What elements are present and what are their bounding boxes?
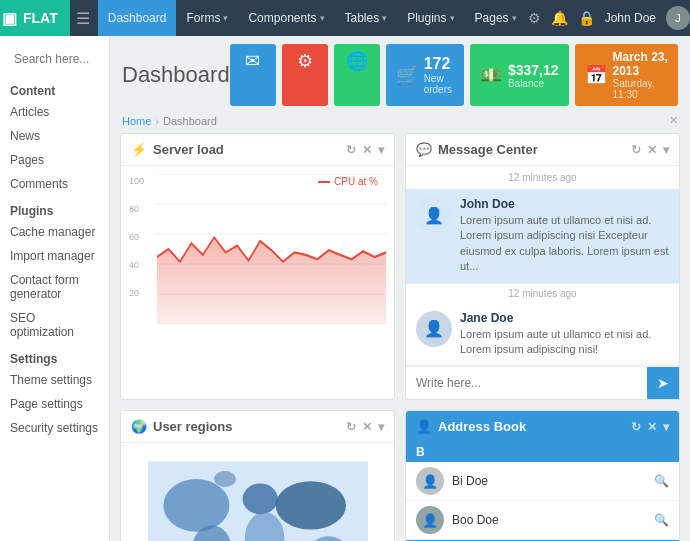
close-icon[interactable]: ✕ <box>669 114 678 127</box>
chevron-down-icon: ▾ <box>450 13 455 23</box>
sidebar-section-content: Content <box>0 76 109 100</box>
page-title: Dashboard <box>122 62 230 88</box>
chat-icon: 💬 <box>416 142 432 157</box>
svg-point-7 <box>163 479 229 532</box>
widget-globe[interactable]: 🌐 <box>334 44 380 106</box>
search-input[interactable] <box>8 48 101 70</box>
address-book-title: Address Book <box>438 419 526 434</box>
close-icon[interactable]: ✕ <box>362 420 372 434</box>
message-input[interactable] <box>406 368 647 398</box>
user-name[interactable]: John Doe <box>605 11 656 25</box>
sidebar-item-theme[interactable]: Theme settings <box>0 368 109 392</box>
brand-name: FLAT <box>23 10 58 26</box>
cart-icon: 🛒 <box>396 64 418 86</box>
refresh-icon[interactable]: ↻ <box>631 143 641 157</box>
close-icon[interactable]: ✕ <box>362 143 372 157</box>
addr-name-bi: Bi Doe <box>452 474 646 488</box>
chevron-down-icon: ▾ <box>223 13 228 23</box>
sidebar: 🔍 Content Articles News Pages Comments P… <box>0 36 110 541</box>
user-avatar: J <box>666 6 690 30</box>
widget-balance[interactable]: 💵 $337,12 Balance <box>470 44 569 106</box>
nav-forms[interactable]: Forms ▾ <box>176 0 238 36</box>
sidebar-item-contact-form[interactable]: Contact form generator <box>0 268 109 306</box>
date-value: March 23, 2013 <box>613 50 668 78</box>
settings-icon[interactable]: ⚙ <box>528 10 541 26</box>
message-center-title: Message Center <box>438 142 538 157</box>
server-load-title: Server load <box>153 142 224 157</box>
chevron-down-icon: ▾ <box>382 13 387 23</box>
message-item-john[interactable]: 👤 John Doe Lorem ipsum aute ut ullamco e… <box>406 189 679 284</box>
close-icon[interactable]: ✕ <box>647 143 657 157</box>
search-icon[interactable]: 🔍 <box>654 474 669 488</box>
balance-label: Balance <box>508 78 559 89</box>
sidebar-item-security[interactable]: Security settings <box>0 416 109 440</box>
user-regions-title: User regions <box>153 419 232 434</box>
chevron-down-icon[interactable]: ▾ <box>663 420 669 434</box>
calendar-icon: 📅 <box>585 64 607 86</box>
orders-count: 172 <box>424 55 454 73</box>
menu-icon[interactable]: ☰ <box>76 9 90 28</box>
widget-settings[interactable]: ⚙ <box>282 44 328 106</box>
nav-pages[interactable]: Pages ▾ <box>465 0 527 36</box>
avatar-bi: 👤 <box>416 467 444 495</box>
y-axis: 100 80 60 40 20 <box>129 176 153 316</box>
nav-components[interactable]: Components ▾ <box>238 0 334 36</box>
addr-name-boo: Boo Doe <box>452 513 646 527</box>
addr-item-boo[interactable]: 👤 Boo Doe 🔍 <box>406 501 679 540</box>
send-button[interactable]: ➤ <box>647 367 679 399</box>
globe-icon: 🌍 <box>131 419 147 434</box>
sidebar-section-plugins: Plugins <box>0 196 109 220</box>
day-value: Saturday, 11:30 <box>613 78 668 100</box>
orders-label: New orders <box>424 73 454 95</box>
balance-icon: 💵 <box>480 64 502 86</box>
nav-plugins[interactable]: Plugins ▾ <box>397 0 464 36</box>
sidebar-item-pages[interactable]: Pages <box>0 148 109 172</box>
sidebar-item-import-manager[interactable]: Import manager <box>0 244 109 268</box>
chevron-down-icon[interactable]: ▾ <box>378 420 384 434</box>
avatar-jane: 👤 <box>416 311 452 347</box>
sidebar-item-articles[interactable]: Articles <box>0 100 109 124</box>
sidebar-item-seo[interactable]: SEO optimization <box>0 306 109 344</box>
main-header: Dashboard ✉ ⚙ 🌐 🛒 172 New orders 💵 $337,… <box>110 36 690 112</box>
message-item-jane[interactable]: 👤 Jane Doe Lorem ipsum aute ut ullamco e… <box>406 303 679 367</box>
svg-point-9 <box>242 484 277 515</box>
widget-date[interactable]: 📅 March 23, 2013 Saturday, 11:30 <box>575 44 678 106</box>
sidebar-item-page-settings[interactable]: Page settings <box>0 392 109 416</box>
svg-point-11 <box>275 482 345 530</box>
sidebar-item-comments[interactable]: Comments <box>0 172 109 196</box>
refresh-icon[interactable]: ↻ <box>346 420 356 434</box>
addr-item-bi[interactable]: 👤 Bi Doe 🔍 <box>406 462 679 501</box>
addr-section-b: B <box>406 442 679 462</box>
lightning-icon: ⚡ <box>131 142 147 157</box>
msg-text-jane: Lorem ipsum aute ut ullamco et nisi ad. … <box>460 327 669 358</box>
search-icon[interactable]: 🔍 <box>654 513 669 527</box>
message-center-panel: 💬 Message Center ↻ ✕ ▾ 12 minutes ago 👤 … <box>405 133 680 400</box>
nav-tables[interactable]: Tables ▾ <box>335 0 398 36</box>
lock-icon[interactable]: 🔒 <box>578 10 595 26</box>
sidebar-item-cache-manager[interactable]: Cache manager <box>0 220 109 244</box>
svg-point-13 <box>214 471 236 487</box>
sender-jane: Jane Doe <box>460 311 669 325</box>
chevron-down-icon[interactable]: ▾ <box>663 143 669 157</box>
sidebar-section-settings: Settings <box>0 344 109 368</box>
sender-john: John Doe <box>460 197 669 211</box>
chevron-down-icon: ▾ <box>512 13 517 23</box>
message-time-jane: 12 minutes ago <box>406 284 679 303</box>
sidebar-item-news[interactable]: News <box>0 124 109 148</box>
brand[interactable]: ▣ FLAT <box>0 0 70 36</box>
widget-orders[interactable]: 🛒 172 New orders <box>386 44 464 106</box>
address-book-header: 👤 Address Book ↻ ✕ ▾ <box>406 411 679 442</box>
avatar-john: 👤 <box>416 197 452 233</box>
chart-legend: CPU at % <box>318 176 378 187</box>
breadcrumb-separator: › <box>155 115 159 127</box>
top-nav: ▣ FLAT ☰ Dashboard Forms ▾ Components ▾ … <box>0 0 690 36</box>
refresh-icon[interactable]: ↻ <box>346 143 356 157</box>
refresh-icon[interactable]: ↻ <box>631 420 641 434</box>
nav-dashboard[interactable]: Dashboard <box>98 0 177 36</box>
bell-icon[interactable]: 🔔 <box>551 10 568 26</box>
chevron-down-icon[interactable]: ▾ <box>378 143 384 157</box>
brand-icon: ▣ <box>2 9 17 28</box>
close-icon[interactable]: ✕ <box>647 420 657 434</box>
widget-email[interactable]: ✉ <box>230 44 276 106</box>
breadcrumb-home[interactable]: Home <box>122 115 151 127</box>
